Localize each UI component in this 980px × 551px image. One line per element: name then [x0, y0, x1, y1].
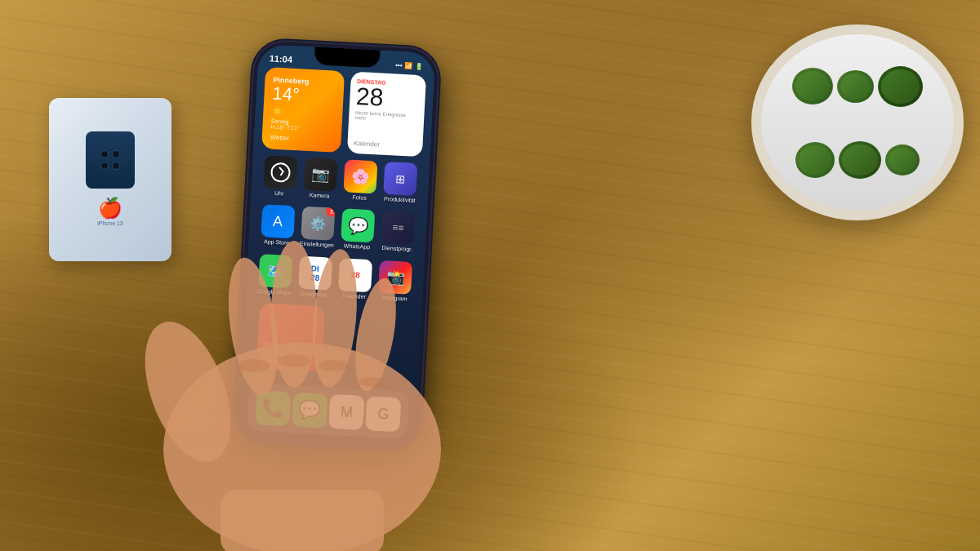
produktivitat-icon[interactable]: ⊞ [384, 162, 418, 196]
kamera-icon[interactable]: 📷 [303, 158, 337, 192]
google-icon[interactable]: G [366, 396, 402, 432]
gesundheit-widget[interactable]: ❤️ Gesundh... [256, 303, 325, 371]
app-maps[interactable]: 🗺️ Google Maps [256, 254, 294, 297]
dienstprogr-label: Dienstprogr. [381, 245, 412, 253]
dienstprogr-icon[interactable]: ≡≡ [381, 211, 416, 245]
instagram-icon[interactable]: 📸 [378, 260, 412, 295]
status-icons: ▪▪▪ 📶 🔋 [395, 61, 424, 70]
wifi-icon: 📶 [404, 62, 412, 70]
app-appstore[interactable]: A App Store [258, 204, 296, 247]
maps-label: Google Maps [256, 288, 291, 297]
whatsapp-icon[interactable]: 💬 [341, 209, 375, 243]
cal-event: Heute keine Ereignisse mehr [355, 110, 418, 123]
kalender-symbol: 28 [350, 270, 360, 280]
whatsapp-symbol: 💬 [347, 216, 368, 236]
dock-google[interactable]: G [366, 396, 402, 432]
gmail-icon[interactable]: M [328, 394, 364, 430]
melon-6 [885, 144, 920, 176]
uhr-label: Uhr [274, 190, 284, 198]
dienstprogr-symbol: ≡≡ [392, 222, 404, 234]
google-symbol: G [377, 405, 390, 423]
fotos-icon[interactable]: 🌸 [344, 159, 378, 193]
app-row-3: 🗺️ Google Maps DI28 GoogleKal. 28 [254, 254, 416, 304]
kamera-label: Kamera [310, 192, 330, 200]
phone-symbol: 📞 [261, 397, 284, 419]
melon-5 [839, 141, 881, 179]
gesundheit-label: Gesundh... [261, 358, 290, 366]
prod-symbol: ⊞ [395, 172, 406, 186]
dock-messages[interactable]: 💬 [292, 392, 327, 428]
weather-temp: 14° [272, 84, 336, 107]
app-gesundheit[interactable]: ❤️ Gesundh... [256, 303, 325, 371]
produktivitat-label: Produktivität [384, 196, 416, 204]
dock-phone[interactable]: 📞 [255, 390, 291, 426]
dock-gmail[interactable]: M [328, 394, 364, 430]
decorative-bowl [751, 24, 964, 220]
apple-logo: 🍎 [98, 197, 122, 220]
melon-4 [795, 142, 835, 178]
calendar-widget[interactable]: DIENSTAG 28 Heute keine Ereignisse mehr … [346, 72, 426, 158]
notch [314, 47, 380, 68]
photos-symbol: 🌸 [351, 167, 370, 186]
widgets-row: Pinneberg 14° ☀️ Sonnig H:18° T:11° Wett… [261, 67, 426, 157]
kalender-icon[interactable]: 28 [338, 258, 372, 292]
cam-dot-4 [112, 162, 120, 170]
melon-2 [837, 70, 874, 103]
bowl-area [735, 0, 980, 327]
instagram-label: Instagram [381, 295, 408, 303]
clock-face [270, 162, 291, 183]
signal-icon: ▪▪▪ [395, 61, 403, 69]
uhr-icon[interactable] [263, 155, 297, 189]
messages-icon[interactable]: 💬 [292, 392, 327, 428]
app-uhr[interactable]: Uhr [261, 155, 300, 198]
box-text: iPhone 13 [97, 220, 123, 227]
appstore-icon[interactable]: A [261, 205, 295, 239]
app-grid: Uhr 📷 Kamera 🌸 Fotos [249, 155, 421, 384]
settings-symbol: ⚙️ [310, 216, 327, 232]
app-kamera[interactable]: 📷 Kamera [301, 158, 340, 201]
iphone-device: 11:04 ▪▪▪ 📶 🔋 Pinneberg 14° ☀️ Sonnig H:… [234, 40, 439, 449]
instagram-symbol: 📸 [386, 268, 405, 287]
fotos-label: Fotos [352, 194, 367, 202]
status-time: 11:04 [270, 53, 293, 64]
settings-badge: 1 [326, 207, 336, 217]
maps-symbol: 🗺️ [266, 263, 283, 279]
battery-icon: 🔋 [415, 62, 423, 70]
iphone-box-logo [86, 131, 135, 189]
kalender-label: Kalender [343, 292, 366, 300]
weather-widget[interactable]: Pinneberg 14° ☀️ Sonnig H:18° T:11° Wett… [261, 67, 345, 153]
app-dienstprogr[interactable]: ≡≡ Dienstprogr. [379, 211, 417, 254]
home-screen: 11:04 ▪▪▪ 📶 🔋 Pinneberg 14° ☀️ Sonnig H:… [238, 44, 436, 447]
melon-1 [792, 68, 833, 104]
app-produktivitat[interactable]: ⊞ Produktivität [381, 162, 420, 205]
gmail-symbol: M [340, 403, 353, 421]
dock: 📞 💬 M G [247, 384, 410, 439]
app-row-1: Uhr 📷 Kamera 🌸 Fotos [259, 155, 421, 205]
cal-date: 28 [355, 84, 419, 112]
app-whatsapp[interactable]: 💬 WhatsApp [339, 209, 377, 252]
app-einstellungen[interactable]: ⚙️ 1 Einstellungen [299, 207, 337, 250]
cam-dot-3 [100, 162, 109, 170]
maps-icon[interactable]: 🗺️ [258, 254, 292, 288]
camera-symbol: 📷 [311, 165, 330, 184]
app-row-2: A App Store ⚙️ 1 Einstellungen 💬 [256, 204, 419, 254]
googlecal-symbol: DI28 [310, 264, 320, 282]
health-heart: ❤️ [262, 340, 281, 359]
einstellungen-label: Einstellungen [300, 241, 334, 250]
cal-label: Kalender [354, 140, 416, 150]
googlecal-label: GoogleKal. [300, 291, 328, 299]
phone-icon[interactable]: 📞 [255, 390, 291, 426]
appstore-label: App Store [264, 239, 290, 247]
cam-dot-2 [112, 150, 120, 158]
appstore-symbol: A [272, 213, 283, 231]
app-googlecal[interactable]: DI28 GoogleKal. [296, 256, 334, 299]
app-kalender[interactable]: 28 Kalender [336, 258, 375, 301]
app-instagram[interactable]: 📸 Instagram [376, 260, 415, 303]
einstellungen-icon[interactable]: ⚙️ 1 [301, 207, 335, 241]
app-fotos[interactable]: 🌸 Fotos [341, 159, 380, 202]
whatsapp-label: WhatsApp [344, 243, 371, 251]
app-row-4: ❤️ Gesundh... [250, 303, 414, 376]
cam-dot-1 [100, 150, 109, 158]
dot-2 [332, 379, 336, 383]
googlecal-icon[interactable]: DI28 [298, 256, 332, 290]
